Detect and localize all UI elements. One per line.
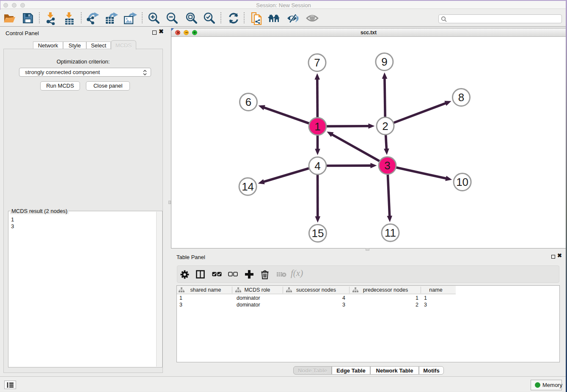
svg-text:3: 3 [384,159,390,172]
svg-text:9: 9 [381,55,387,68]
svg-text:1: 1 [314,120,320,133]
svg-text:10: 10 [456,176,468,188]
svg-text:8: 8 [458,91,464,104]
svg-text:15: 15 [311,227,324,240]
svg-text:2: 2 [382,120,388,133]
svg-text:6: 6 [245,96,251,108]
svg-text:7: 7 [314,56,320,69]
svg-text:14: 14 [242,180,254,193]
svg-text:4: 4 [314,160,320,172]
svg-text:11: 11 [385,226,396,239]
